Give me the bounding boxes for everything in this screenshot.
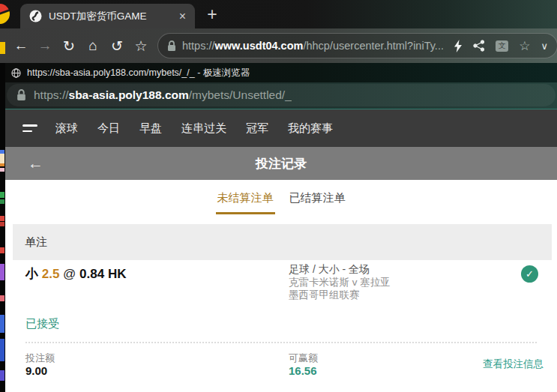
popup-title-bar: https://sba-asia.poly188.com/mybets/_/_ … (5, 63, 557, 82)
popup-url-path: /mybets/Unsettled/_ (189, 88, 292, 101)
url-scheme: https:// (182, 40, 215, 52)
bet-match: 克雷卡米诺斯 v 塞拉亚 (289, 276, 391, 289)
popup-address-bar[interactable]: https://sba-asia.poly188.com/mybets/Unse… (5, 82, 557, 109)
background-window-edge (0, 63, 5, 392)
home-icon[interactable]: ⌂ (81, 37, 105, 54)
address-bar[interactable]: https://www.usdt04.com/hhcp/usercenter.h… (157, 33, 557, 58)
nav-item-inplay[interactable]: 滚球 (55, 121, 78, 136)
nav-item-today[interactable]: 今日 (97, 121, 120, 136)
tab-settled[interactable]: 已结算注单 (288, 185, 347, 214)
bet-match-info: 足球 / 大小 - 全场 克雷卡米诺斯 v 塞拉亚 墨西哥甲组联赛 (289, 263, 391, 301)
url-domain: www.usdt04.com (215, 40, 304, 52)
translate-icon[interactable]: 文 (496, 40, 508, 52)
bets-content: 未结算注单 已结算注单 单注 小 2.5 @ 0.84 HK 足球 / 大小 -… (5, 180, 557, 392)
globe-icon (11, 68, 21, 78)
bet-at-symbol: @ (63, 267, 76, 281)
nav-item-early[interactable]: 早盘 (139, 121, 162, 136)
tab-title: USDT加密货币GAME (49, 10, 179, 23)
screen: USDT加密货币GAME × + ← → ↻ ⌂ ↺ ☆ https://www… (0, 0, 557, 392)
favorite-star-icon[interactable]: ☆ (519, 38, 530, 54)
popup-address-pill[interactable]: https://sba-asia.poly188.com/mybets/Unse… (7, 84, 556, 106)
lock-icon (167, 40, 176, 52)
page-header: ← 投注记录 (5, 147, 557, 180)
lightning-icon[interactable] (454, 40, 463, 52)
dotted-divider (25, 342, 537, 343)
tab-unsettled[interactable]: 未结算注单 (216, 185, 275, 214)
bet-market: 足球 / 大小 - 全场 (289, 263, 391, 276)
lock-icon (16, 89, 26, 101)
section-header-single: 单注 (13, 224, 552, 260)
nav-item-parlay[interactable]: 连串过关 (181, 121, 226, 136)
bet-status: 已接受 (25, 317, 59, 331)
popup-window-title: https://sba-asia.poly188.com/mybets/_/_ … (27, 67, 250, 79)
undo-icon[interactable]: ↺ (105, 37, 129, 55)
browser-tab-bar: USDT加密货币GAME × + (0, 0, 557, 28)
stake-value: 9.00 (25, 364, 47, 377)
address-url: https://www.usdt04.com/hhcp/usercenter.h… (182, 40, 443, 52)
bet-odds: 0.84 HK (79, 267, 126, 281)
popup-url-scheme: https:// (34, 88, 69, 101)
site-nav-bar: 滚球 今日 早盘 连串过关 冠军 我的赛事 (5, 109, 557, 147)
background-logo-fragment (0, 42, 5, 54)
section-title: 单注 (25, 235, 47, 250)
tab-close-icon[interactable]: × (179, 10, 186, 22)
stake-label: 投注额 (25, 352, 55, 365)
share-icon[interactable] (473, 40, 485, 52)
menu-icon[interactable] (22, 124, 37, 132)
browser-toolbar: ← → ↻ ⌂ ↺ ☆ https://www.usdt04.com/hhcp/… (0, 28, 557, 63)
bet-selection: 小 (25, 267, 38, 281)
bet-selection-line: 小 2.5 @ 0.84 HK (25, 265, 126, 283)
popup-url: https://sba-asia.poly188.com/mybets/Unse… (34, 88, 292, 102)
accepted-check-icon: ✓ (521, 265, 538, 283)
url-path: /hhcp/usercenter.html?iniTy... (303, 40, 443, 52)
bet-handicap: 2.5 (42, 267, 60, 281)
nav-item-my-matches[interactable]: 我的赛事 (288, 121, 333, 136)
win-value: 16.56 (289, 364, 317, 377)
popup-url-domain: sba-asia.poly188.com (69, 88, 189, 101)
refresh-icon[interactable]: ↻ (57, 37, 81, 55)
new-tab-button[interactable]: + (201, 3, 223, 25)
win-label: 可赢额 (289, 352, 318, 365)
globe-favicon-icon (29, 10, 42, 22)
nav-item-outright[interactable]: 冠军 (246, 121, 268, 136)
browser-tab[interactable]: USDT加密货币GAME × (20, 4, 195, 28)
chevron-down-icon[interactable]: ∨ (541, 40, 548, 52)
bet-tabs: 未结算注单 已结算注单 (5, 180, 557, 219)
view-bet-detail-link[interactable]: 查看投注信息 (483, 358, 544, 371)
back-icon[interactable]: ← (9, 37, 33, 54)
bet-league: 墨西哥甲组联赛 (289, 289, 391, 301)
forward-icon[interactable]: → (33, 37, 57, 54)
page-title: 投注记录 (5, 147, 557, 180)
bookmark-star-icon[interactable]: ☆ (129, 37, 153, 55)
